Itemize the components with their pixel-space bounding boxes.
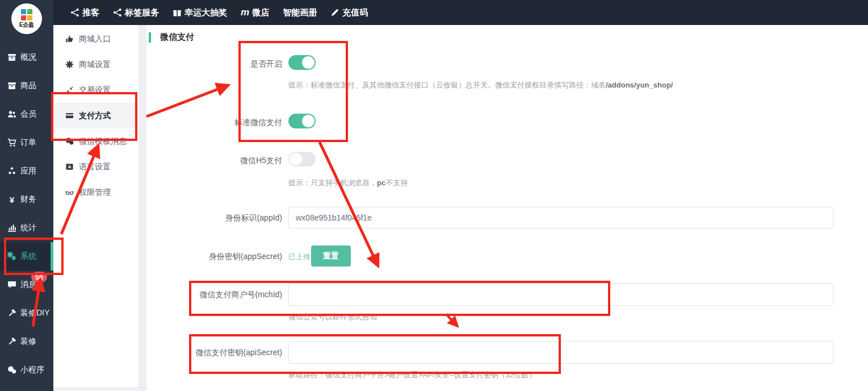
- sidebar-item-label: 会员: [20, 109, 36, 119]
- topnav-item-tuike[interactable]: 推客: [70, 7, 99, 18]
- subnav-item-shop-entry[interactable]: 商城入口: [53, 26, 139, 52]
- sidebar-item-miniprogram[interactable]: 小程序: [0, 356, 53, 384]
- page-title: 微信支付: [160, 32, 194, 43]
- gavel-icon: [7, 309, 16, 318]
- enable-toggle[interactable]: [288, 55, 316, 70]
- subnav-item-language-settings[interactable]: 语言设置: [53, 154, 139, 180]
- share-icon: [113, 8, 122, 17]
- subnav-item-permissions[interactable]: 权限管理: [53, 180, 139, 205]
- lucky-draw-icon: [173, 8, 182, 17]
- toggle-knob: [290, 153, 302, 165]
- sidebar-item-stats[interactable]: 统计: [0, 214, 53, 242]
- sidebar-item-label: 财务: [20, 194, 36, 205]
- subnav-label: 权限管理: [79, 188, 111, 198]
- subnav-label: 交易设置: [79, 85, 111, 95]
- standard-pay-label: 标准微信支付: [146, 118, 282, 128]
- archive-box-icon: [7, 81, 16, 90]
- appid-label: 身份标识(appId): [146, 213, 282, 223]
- sidebar-item-goods[interactable]: 商品: [0, 72, 53, 100]
- subnav-label: 支付方式: [79, 111, 111, 121]
- brand-logo[interactable]: E企盈: [11, 3, 42, 34]
- brand-logo-mark: [21, 9, 32, 20]
- topnav-item-weidian[interactable]: m 微店: [241, 7, 269, 18]
- wechat-icon: [7, 365, 16, 375]
- compress-icon: [65, 86, 74, 94]
- yen-icon: ¥: [7, 195, 16, 205]
- title-accent-bar: [149, 32, 151, 43]
- h5-hint: 提示：只支持手机浏览器，pc不支持: [288, 178, 408, 188]
- h5-pay-label: 微信H5支付: [146, 156, 282, 166]
- sidebar-item-label: 小程序: [20, 365, 44, 375]
- subnav-label: 商城设置: [79, 60, 111, 70]
- messages-count-badge: 58: [31, 272, 47, 282]
- sidebar-item-label: 应用: [20, 166, 36, 176]
- sidebar-item-label: 概况: [20, 52, 36, 63]
- mchid-label: 微信支付商户号(mchId): [146, 290, 282, 300]
- subnav-label: 商城入口: [79, 34, 111, 44]
- glasses-icon: [65, 188, 74, 197]
- subnav-item-trade-settings[interactable]: 交易设置: [53, 77, 139, 103]
- subnav-item-payment-methods[interactable]: 支付方式: [53, 103, 139, 128]
- cubes-icon: [7, 167, 16, 176]
- sidebar-item-overview[interactable]: 概况: [0, 43, 53, 72]
- topnav-item-smart-album[interactable]: 智能画册: [283, 7, 317, 18]
- sidebar-item-orders[interactable]: 订单: [0, 128, 53, 157]
- brand-logo-text: E企盈: [19, 21, 35, 29]
- weidian-m-icon: m: [241, 8, 249, 17]
- subnav-label: 语言设置: [79, 162, 111, 172]
- topnav-label: 智能画册: [283, 7, 317, 18]
- toggle-knob: [302, 56, 315, 69]
- topnav-item-recharge-code[interactable]: 充值码: [330, 7, 368, 18]
- sidebar-nav: 概况 商品 会员 订单 应用 ¥ 财务 统计 系统: [0, 43, 53, 384]
- standard-pay-toggle[interactable]: [288, 114, 316, 128]
- enable-hint-text: 提示：标准微信支付、及其他微信支付接口（云收银）总开关。微信支付授权目录填写路径…: [288, 81, 606, 89]
- sidebar-item-apps[interactable]: 应用: [0, 157, 53, 185]
- apisecret-label: 微信支付密钥(apiSecret): [146, 348, 282, 358]
- sidebar-item-system[interactable]: 系统: [0, 242, 53, 271]
- apisecret-hint: 获取路径：微信支付商户平台>账户设置>API安全--设置支付密钥（32位数）: [288, 370, 536, 380]
- topnav-label: 幸运大抽奖: [184, 7, 227, 18]
- wechat-icon: [65, 137, 74, 145]
- subnav-label: 微信模板消息: [79, 136, 127, 147]
- sidebar-item-finance[interactable]: ¥ 财务: [0, 185, 53, 214]
- sidebar-item-label: 商品: [20, 81, 36, 91]
- sidebar-item-label: 系统: [20, 251, 36, 261]
- enable-hint-path: /addons/yun_shop/: [606, 81, 673, 89]
- apisecret-input[interactable]: [288, 341, 833, 364]
- topnav-item-lucky-draw[interactable]: 幸运大抽奖: [173, 7, 227, 18]
- top-nav: 推客 标签服务 幸运大抽奖 m 微店 智能画册 充值码: [70, 7, 368, 18]
- cart-icon: [7, 138, 16, 147]
- sidebar-item-label: 统计: [20, 223, 36, 233]
- enable-label: 是否开启: [146, 59, 282, 69]
- sidebar-item-label: 装修DIY: [20, 308, 49, 318]
- topnav-label: 推客: [82, 7, 99, 18]
- gear-icon: [65, 60, 74, 69]
- sidebar-item-members[interactable]: 会员: [0, 100, 53, 128]
- subnav-item-shop-settings[interactable]: 商城设置: [53, 52, 139, 77]
- mchid-input[interactable]: [288, 283, 833, 306]
- appid-input[interactable]: [288, 207, 833, 228]
- appsecret-label: 身份密钥(appSecret): [146, 252, 282, 262]
- topnav-item-tag-service[interactable]: 标签服务: [113, 7, 159, 18]
- h5-hint-text2: 不支持: [385, 178, 408, 187]
- sidebar-item-diy[interactable]: 装修DIY: [0, 299, 53, 327]
- subnav-item-wechat-template-messages[interactable]: 微信模板消息: [53, 128, 139, 154]
- users-icon: [7, 110, 16, 119]
- sidebar-item-decorate[interactable]: 装修: [0, 327, 53, 356]
- h5-hint-text: 提示：只支持手机浏览器，: [288, 178, 377, 187]
- sidebar-item-label: 订单: [20, 138, 36, 148]
- h5-hint-bold: pc: [377, 178, 385, 187]
- thumbs-up-icon: [65, 35, 74, 43]
- gavel-icon: [7, 337, 16, 346]
- sidebar-item-label: 装修: [20, 336, 36, 347]
- comment-icon: [7, 280, 16, 289]
- language-icon: [65, 163, 74, 171]
- appsecret-reset-button[interactable]: 重置: [311, 246, 351, 267]
- credit-card-icon: [65, 111, 74, 120]
- main-sidebar: E企盈 概况 商品 会员 订单 应用 ¥ 财务 统计: [0, 0, 53, 391]
- wechat-pay-settings-panel: 微信支付 是否开启 提示：标准微信支付、及其他微信支付接口（云收银）总开关。微信…: [146, 25, 868, 391]
- h5-pay-toggle[interactable]: [288, 152, 316, 167]
- topnav-label: 充值码: [342, 7, 368, 18]
- topnav-label: 微店: [252, 7, 269, 18]
- top-bar: 推客 标签服务 幸运大抽奖 m 微店 智能画册 充值码: [0, 0, 868, 25]
